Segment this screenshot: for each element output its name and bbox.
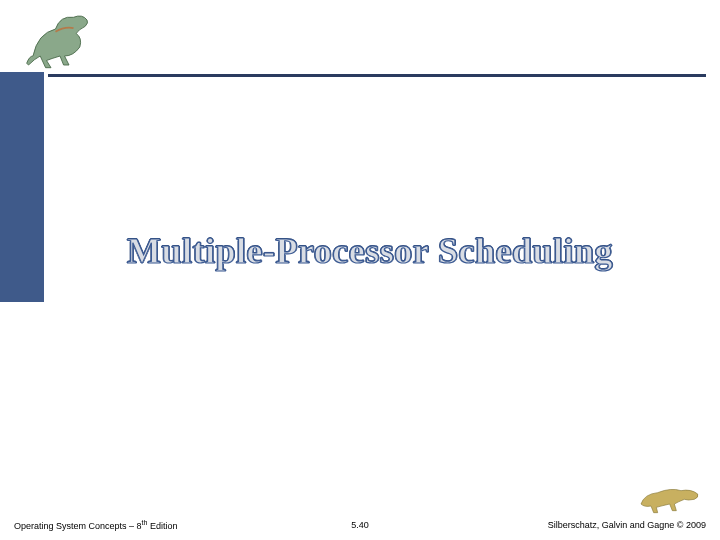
dinosaur-running-icon	[24, 6, 114, 70]
dinosaur-crouching-icon	[636, 474, 706, 514]
slide-title: Multiple-Processor Scheduling	[90, 230, 650, 272]
footer-page-number: 5.40	[14, 520, 706, 530]
side-accent-bar	[0, 72, 44, 302]
slide-footer: Operating System Concepts – 8th Edition …	[14, 516, 706, 534]
slide: Multiple-Processor Scheduling Operating …	[0, 0, 720, 540]
header-rule	[48, 74, 706, 77]
